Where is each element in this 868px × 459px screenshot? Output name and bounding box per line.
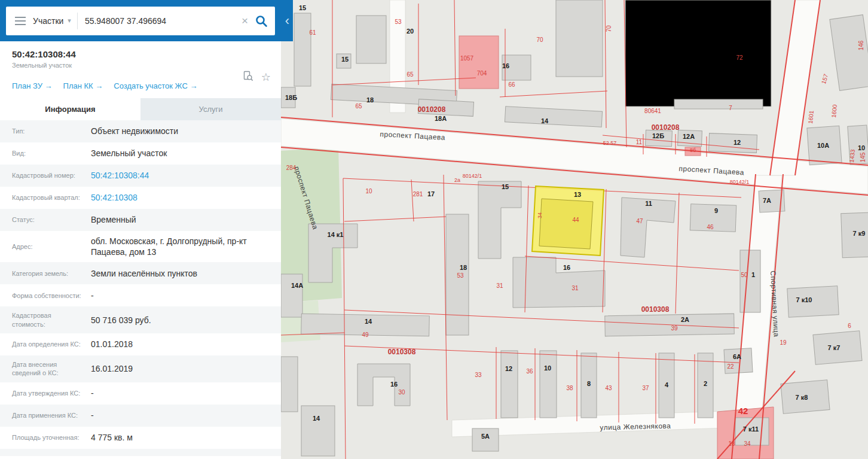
map-label: 19	[780, 339, 787, 346]
map-label: 47	[636, 218, 643, 224]
search-category-select[interactable]: Участки	[33, 16, 63, 26]
map-label: 31	[496, 282, 503, 289]
plan-link-0[interactable]: План ЗУ →	[12, 81, 53, 90]
info-value: обл. Московская, г. Долгопрудный, пр-кт …	[91, 231, 281, 262]
map-label: 10	[544, 364, 551, 372]
map-label: 15	[299, 4, 306, 11]
map-building[interactable]	[625, 0, 771, 107]
map-label: 43	[605, 385, 612, 391]
map-label: 18А	[435, 115, 447, 122]
search-header: Участки ▾ × ‹	[0, 0, 293, 41]
map-label: 50	[741, 272, 748, 278]
map-label: 5А	[481, 433, 490, 440]
map-label: 70	[606, 25, 612, 32]
info-row: Кадастровая стоимость:50 716 039 руб.	[0, 306, 281, 333]
map-building[interactable]	[472, 428, 499, 451]
map-label: 12	[733, 139, 741, 146]
info-value: 50 716 039 руб.	[91, 310, 281, 330]
map-label: 18	[366, 96, 374, 104]
info-row: Форма собственности:-	[0, 284, 281, 306]
map-label: 30	[398, 389, 405, 396]
map-building[interactable]	[281, 274, 302, 317]
info-value-link[interactable]: 50:42:10308	[91, 187, 281, 208]
map-building[interactable]	[787, 286, 839, 317]
map-label: 66	[508, 81, 515, 88]
map-label: 22	[727, 363, 734, 370]
map-label: 0010308	[641, 305, 670, 314]
map-label: 80142/1	[730, 179, 750, 185]
map-building[interactable]	[281, 357, 298, 412]
map-label: 37	[642, 385, 649, 391]
info-value: Временный	[91, 209, 281, 230]
map-label: 34	[744, 440, 751, 447]
map-label: 14 к1	[328, 231, 344, 238]
collapse-panel-icon[interactable]: ‹	[282, 0, 292, 41]
map-building[interactable]	[356, 16, 386, 63]
map-label: 2А	[681, 316, 689, 323]
info-row: Дата утверждения КС:-	[0, 382, 281, 405]
map-label: 1600	[830, 104, 838, 118]
map-label: 16	[390, 381, 398, 388]
map-label: 2	[704, 380, 707, 387]
search-icon[interactable]	[253, 14, 275, 28]
map-label: 42	[738, 406, 748, 416]
map-label: 10	[858, 144, 865, 151]
map-label: 0010208	[418, 105, 446, 114]
map-label: 65	[355, 103, 362, 110]
map-building[interactable]	[301, 406, 335, 456]
doc-search-icon[interactable]	[243, 71, 253, 84]
map-label: 46	[707, 224, 714, 230]
info-rows: Тип:Объект недвижимостиВид:Земельный уча…	[0, 120, 281, 456]
info-row: Кадастровый номер:50:42:10308:44	[0, 165, 281, 187]
map-label: 11	[645, 200, 652, 207]
info-value-link[interactable]: 50:42:10308:44	[91, 165, 281, 186]
info-label: Тип:	[0, 122, 91, 140]
info-row: Адрес:обл. Московская, г. Долгопрудный, …	[0, 231, 281, 262]
map-building[interactable]	[540, 351, 557, 418]
info-row-partial	[0, 449, 281, 456]
chevron-down-icon[interactable]: ▾	[68, 17, 71, 25]
selected-parcel-building[interactable]	[539, 199, 593, 249]
map-label: 70	[536, 37, 543, 43]
favorite-star-icon[interactable]: ☆	[261, 72, 271, 83]
map-building[interactable]	[501, 351, 518, 418]
map-label: 33	[475, 372, 482, 378]
map-label: 16	[563, 264, 570, 271]
info-label: Статус:	[0, 211, 91, 229]
map-building[interactable]	[294, 13, 311, 86]
info-row: Статус:Временный	[0, 209, 281, 231]
menu-icon[interactable]	[6, 14, 33, 28]
map-label: 53	[395, 19, 402, 25]
info-label: Площадь уточненная:	[0, 428, 91, 446]
map-building[interactable]	[740, 250, 760, 312]
map-label: 0010208	[652, 123, 680, 132]
info-row: Дата применения КС:-	[0, 405, 281, 427]
parcel-subtitle: Земельный участок	[12, 62, 269, 69]
search-box: Участки ▾ ×	[6, 7, 275, 35]
map-label: 16	[502, 62, 509, 69]
map-building[interactable]	[674, 99, 763, 109]
map-label: 36	[526, 368, 533, 375]
info-label: Кадастровый номер:	[0, 166, 91, 184]
map-label: 52 57	[603, 140, 617, 146]
map-label: 9	[714, 207, 718, 214]
map-building[interactable]	[556, 0, 603, 77]
map-label: 1057	[460, 55, 474, 62]
info-value: -	[91, 383, 281, 403]
app: 15201518Б1818А161412Б12А1210А10171513119…	[0, 0, 868, 459]
info-row: Кадастровый квартал:50:42:10308	[0, 187, 281, 209]
tab-information[interactable]: Информация	[0, 98, 140, 120]
map-label: 34	[537, 212, 543, 218]
clear-icon[interactable]: ×	[236, 15, 253, 26]
tab-services[interactable]: Услуги	[140, 98, 281, 120]
map-label: 15	[341, 56, 349, 63]
search-input[interactable]	[78, 16, 236, 26]
map-building[interactable]	[459, 36, 499, 89]
map-label: 80142/1	[463, 173, 482, 179]
map-label: 704	[477, 70, 487, 77]
map-label: 1	[751, 271, 755, 278]
map-label: 38	[566, 385, 573, 391]
plan-link-1[interactable]: План КК →	[63, 81, 103, 90]
info-panel: 50:42:10308:44 Земельный участок План ЗУ…	[0, 41, 281, 459]
plan-link-2[interactable]: Создать участок ЖС →	[114, 81, 197, 90]
